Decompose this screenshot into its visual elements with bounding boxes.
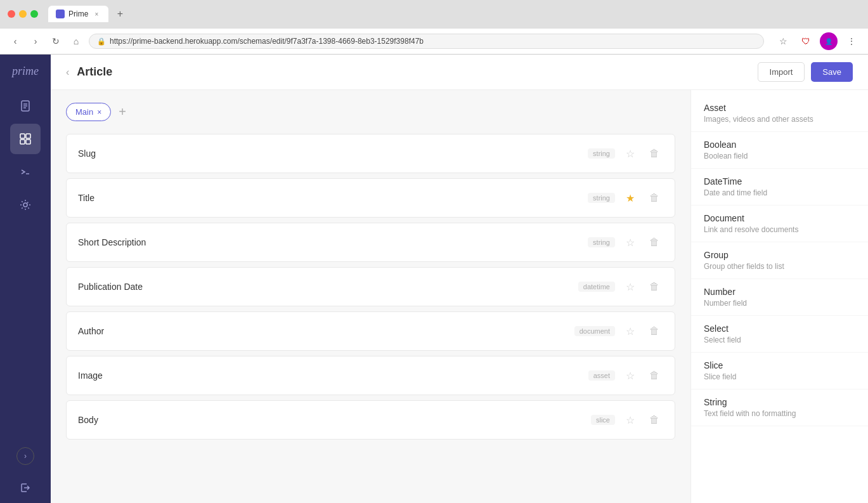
extension-icon[interactable]: 🛡 [797, 32, 815, 50]
save-button[interactable]: Save [811, 62, 853, 82]
sidebar-item-terminal[interactable] [10, 157, 41, 187]
new-tab-button[interactable]: + [111, 5, 129, 23]
panel-type-item[interactable]: Slice Slice field [691, 353, 868, 389]
field-delete-button[interactable]: 🗑 [645, 411, 663, 429]
field-delete-button[interactable]: 🗑 [645, 278, 663, 296]
url-text: https://prime-backend.herokuapp.com/sche… [110, 37, 424, 46]
field-star-button[interactable]: ☆ [621, 322, 639, 340]
panel-type-desc: Link and resolve documents [704, 225, 855, 234]
field-name: Author [78, 326, 104, 336]
panel-type-item[interactable]: Boolean Boolean field [691, 132, 868, 169]
field-row[interactable]: Publication Date datetime ☆ 🗑 [66, 267, 675, 306]
field-delete-button[interactable]: 🗑 [645, 233, 663, 251]
home-button[interactable]: ⌂ [68, 34, 84, 49]
panel-type-desc: Text field with no formatting [704, 409, 855, 418]
panel-type-title: String [704, 397, 855, 407]
field-name: Body [78, 415, 98, 425]
field-type-badge: asset [588, 370, 615, 381]
field-star-button[interactable]: ☆ [621, 233, 639, 251]
panel-type-item[interactable]: DateTime Date and time field [691, 169, 868, 206]
field-delete-button[interactable]: 🗑 [645, 322, 663, 340]
panel-type-item[interactable]: Document Link and resolve documents [691, 206, 868, 242]
field-list: Slug string ☆ 🗑 Title string ★ 🗑 Short D… [66, 134, 675, 440]
field-star-button[interactable]: ★ [621, 189, 639, 207]
field-row[interactable]: Title string ★ 🗑 [66, 178, 675, 218]
panel-type-title: Document [704, 213, 855, 223]
field-row[interactable]: Slug string ☆ 🗑 [66, 134, 675, 173]
tab-close-button[interactable]: × [92, 10, 101, 18]
schema-tab-label: Main [75, 107, 93, 117]
panel-type-item[interactable]: Group Group other fields to list [691, 242, 868, 279]
sidebar-logo[interactable]: prime [12, 65, 39, 78]
settings-icon [19, 199, 32, 211]
panel-type-title: Number [704, 287, 855, 297]
schema-editor: Main × + Slug string ☆ 🗑 Title string ★ … [51, 90, 690, 503]
panel-type-title: Asset [704, 103, 855, 113]
field-delete-button[interactable]: 🗑 [645, 189, 663, 207]
field-star-button[interactable]: ☆ [621, 411, 639, 429]
panel-type-desc: Images, videos and other assets [704, 115, 855, 124]
traffic-light-green[interactable] [30, 10, 38, 18]
schema-tab-main[interactable]: Main × [66, 103, 111, 121]
sidebar-item-documents[interactable] [10, 91, 41, 121]
field-star-button[interactable]: ☆ [621, 145, 639, 162]
field-type-badge: document [574, 326, 615, 336]
panel-type-desc: Date and time field [704, 188, 855, 197]
sidebar-item-settings[interactable] [10, 190, 41, 220]
document-icon [19, 100, 32, 112]
logout-icon [19, 481, 32, 494]
reload-button[interactable]: ↻ [48, 34, 63, 49]
menu-button[interactable]: ⋮ [843, 32, 860, 50]
panel-type-item[interactable]: String Text field with no formatting [691, 389, 868, 426]
bookmarks-icon[interactable]: ☆ [774, 32, 792, 50]
panel-type-title: Boolean [704, 140, 855, 150]
profile-icon[interactable]: 👤 [820, 32, 838, 50]
sidebar-item-logout[interactable] [10, 473, 41, 503]
field-star-button[interactable]: ☆ [621, 278, 639, 296]
panel-type-desc: Group other fields to list [704, 262, 855, 271]
import-button[interactable]: Import [758, 62, 805, 82]
panel-type-item[interactable]: Number Number field [691, 279, 868, 316]
field-delete-button[interactable]: 🗑 [645, 145, 663, 162]
field-row[interactable]: Author document ☆ 🗑 [66, 311, 675, 351]
field-type-badge: string [588, 193, 615, 203]
panel-type-item[interactable]: Select Select field [691, 316, 868, 353]
field-delete-button[interactable]: 🗑 [645, 367, 663, 384]
sidebar-collapse-button[interactable]: › [16, 447, 34, 465]
tab-strip: Main × + [66, 103, 675, 121]
panel-type-title: Select [704, 323, 855, 334]
panel-type-desc: Number field [704, 299, 855, 308]
panel-type-desc: Slice field [704, 372, 855, 381]
traffic-light-red[interactable] [8, 10, 15, 18]
field-row[interactable]: Image asset ☆ 🗑 [66, 356, 675, 395]
browser-tab[interactable]: Prime × [48, 6, 108, 22]
svg-rect-6 [20, 140, 25, 144]
main-content: ‹ Article Import Save Main × + [51, 55, 868, 503]
schema-tab-close[interactable]: × [97, 108, 101, 117]
field-type-badge: string [588, 148, 615, 159]
field-type-badge: datetime [578, 282, 615, 292]
sidebar-item-schema[interactable] [10, 124, 41, 154]
traffic-light-yellow[interactable] [19, 10, 27, 18]
svg-point-9 [23, 203, 27, 207]
tab-favicon [56, 10, 65, 18]
address-bar[interactable]: 🔒 https://prime-backend.herokuapp.com/sc… [89, 34, 764, 49]
field-star-button[interactable]: ☆ [621, 367, 639, 384]
forward-button[interactable]: › [28, 34, 43, 49]
field-name: Short Description [78, 237, 146, 247]
back-nav-button[interactable]: ‹ [66, 67, 69, 78]
field-name: Publication Date [78, 282, 143, 292]
field-name: Title [78, 193, 94, 203]
field-row[interactable]: Short Description string ☆ 🗑 [66, 223, 675, 262]
panel-type-title: Group [704, 250, 855, 260]
back-button[interactable]: ‹ [8, 34, 23, 49]
field-row[interactable]: Body slice ☆ 🗑 [66, 400, 675, 440]
field-name: Image [78, 370, 103, 381]
add-tab-button[interactable]: + [113, 103, 131, 121]
panel-type-desc: Select field [704, 336, 855, 344]
panel-type-item[interactable]: Asset Images, videos and other assets [691, 95, 868, 132]
panel-type-title: DateTime [704, 176, 855, 186]
schema-icon [19, 133, 32, 145]
page-title: Article [77, 65, 112, 79]
panel-type-title: Slice [704, 360, 855, 370]
